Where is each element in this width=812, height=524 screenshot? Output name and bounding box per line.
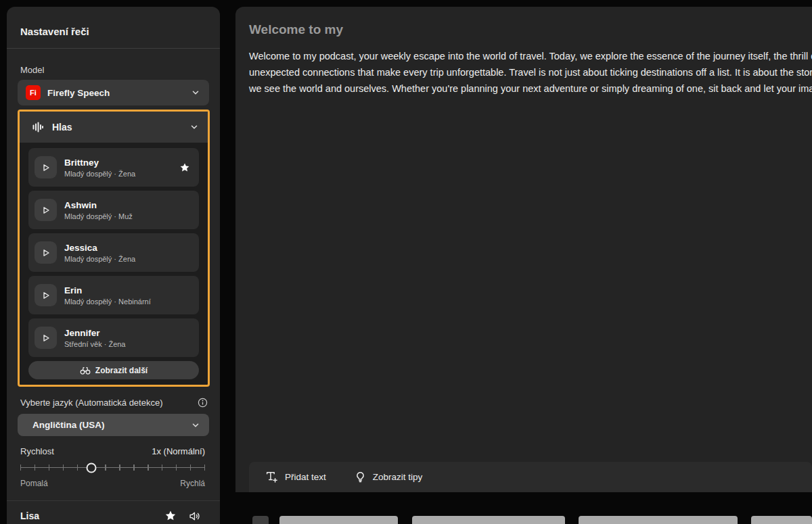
voice-meta: Brittney Mladý dospělý · Žena bbox=[64, 157, 135, 178]
play-voice-button[interactable] bbox=[35, 199, 57, 221]
voice-section-label: Hlas bbox=[52, 122, 72, 133]
language-dropdown[interactable]: Angličtina (USA) bbox=[18, 414, 209, 436]
speed-value: 1x (Normální) bbox=[152, 446, 205, 456]
show-more-label: Zobrazit další bbox=[95, 366, 148, 375]
voice-desc: Mladý dospělý · Žena bbox=[64, 255, 135, 263]
chevron-down-icon bbox=[191, 89, 200, 97]
voice-name: Jennifer bbox=[64, 327, 126, 339]
play-voice-button[interactable] bbox=[35, 284, 57, 306]
voice-list: Brittney Mladý dospělý · Žena Ashwin Mla… bbox=[20, 143, 208, 379]
timeline-track bbox=[0, 516, 812, 524]
voice-item-ashwin[interactable]: Ashwin Mladý dospělý · Muž bbox=[28, 191, 199, 229]
speed-slider[interactable] bbox=[20, 462, 205, 473]
timeline-clip[interactable] bbox=[252, 516, 269, 524]
timeline-clip[interactable] bbox=[751, 516, 812, 524]
slider-handle[interactable] bbox=[87, 462, 97, 473]
speech-settings-panel: Nastavení řeči Model Fi Firefly Speech bbox=[7, 7, 220, 524]
divider bbox=[7, 500, 220, 501]
show-tips-button[interactable]: Zobrazit tipy bbox=[355, 471, 423, 483]
voice-dropdown-header[interactable]: Hlas bbox=[20, 112, 208, 143]
model-dropdown[interactable]: Fi Firefly Speech bbox=[18, 80, 209, 105]
voice-desc: Mladý dospělý · Muž bbox=[64, 212, 133, 220]
voice-name: Ashwin bbox=[64, 199, 133, 211]
voice-meta: Ashwin Mladý dospělý · Muž bbox=[64, 199, 133, 220]
voice-item-jennifer[interactable]: Jennifer Střední věk · Žena bbox=[28, 318, 199, 357]
voice-meta: Jennifer Střední věk · Žena bbox=[64, 327, 126, 348]
add-text-label: Přidat text bbox=[285, 472, 326, 482]
app-root: Nastavení řeči Model Fi Firefly Speech bbox=[0, 0, 812, 524]
speed-min-label: Pomalá bbox=[20, 479, 48, 488]
editor-panel: Welcome to my Welcome to my podcast, you… bbox=[235, 7, 812, 492]
timeline-clip[interactable] bbox=[579, 516, 738, 524]
voice-meta: Jessica Mladý dospělý · Žena bbox=[64, 242, 135, 263]
voice-section-highlight: Hlas Brittney Mladý dospělý · Žena bbox=[18, 110, 210, 387]
voice-item-jessica[interactable]: Jessica Mladý dospělý · Žena bbox=[28, 233, 199, 272]
slider-track bbox=[20, 467, 205, 468]
speed-max-label: Rychlá bbox=[180, 479, 205, 488]
play-voice-button[interactable] bbox=[35, 241, 57, 264]
language-label: Vyberte jazyk (Automatická detekce) bbox=[20, 398, 163, 408]
voice-name: Jessica bbox=[64, 242, 135, 254]
timeline-clip[interactable] bbox=[279, 516, 398, 524]
bottom-toolbar: Přidat text Zobrazit tipy bbox=[249, 462, 812, 492]
play-voice-button[interactable] bbox=[35, 327, 57, 349]
script-line: we see the world and ourselves. Whether … bbox=[249, 80, 812, 97]
script-line: unexpected connections that make every t… bbox=[249, 64, 812, 80]
chevron-down-icon bbox=[191, 421, 200, 429]
chevron-down-icon bbox=[190, 123, 198, 131]
speed-ends-row: Pomalá Rychlá bbox=[20, 479, 205, 488]
voice-item-brittney[interactable]: Brittney Mladý dospělý · Žena bbox=[28, 148, 199, 187]
speed-row: Rychlost 1x (Normální) bbox=[20, 446, 205, 456]
language-value: Angličtina (USA) bbox=[32, 420, 105, 430]
voice-meta: Erin Mladý dospělý · Nebinární bbox=[64, 285, 151, 306]
divider bbox=[7, 48, 220, 49]
binoculars-icon bbox=[80, 366, 91, 375]
document-title: Welcome to my bbox=[249, 22, 343, 37]
model-label: Model bbox=[20, 65, 44, 75]
timeline-clip[interactable] bbox=[412, 516, 565, 524]
script-line: Welcome to my podcast, your weekly escap… bbox=[249, 48, 812, 64]
voice-name: Erin bbox=[64, 285, 151, 296]
language-label-row: Vyberte jazyk (Automatická detekce) bbox=[20, 398, 208, 408]
model-value: Firefly Speech bbox=[47, 88, 110, 98]
panel-title: Nastavení řeči bbox=[20, 26, 89, 37]
firefly-logo-icon: Fi bbox=[26, 85, 41, 100]
voice-desc: Mladý dospělý · Žena bbox=[64, 170, 135, 178]
voice-desc: Střední věk · Žena bbox=[64, 340, 126, 348]
voice-item-erin[interactable]: Erin Mladý dospělý · Nebinární bbox=[28, 276, 199, 314]
show-tips-label: Zobrazit tipy bbox=[373, 472, 423, 482]
waveform-icon bbox=[32, 121, 44, 133]
voice-desc: Mladý dospělý · Nebinární bbox=[64, 297, 151, 306]
add-text-button[interactable]: Přidat text bbox=[265, 471, 326, 483]
speed-label: Rychlost bbox=[20, 446, 54, 456]
play-voice-button[interactable] bbox=[35, 156, 57, 178]
voice-name: Brittney bbox=[64, 157, 135, 168]
script-text[interactable]: Welcome to my podcast, your weekly escap… bbox=[249, 48, 812, 97]
info-icon[interactable] bbox=[198, 398, 208, 408]
favorite-star-icon[interactable] bbox=[179, 162, 190, 173]
show-more-voices-button[interactable]: Zobrazit další bbox=[28, 361, 199, 379]
add-text-icon bbox=[265, 471, 278, 483]
lightbulb-icon bbox=[355, 471, 366, 483]
